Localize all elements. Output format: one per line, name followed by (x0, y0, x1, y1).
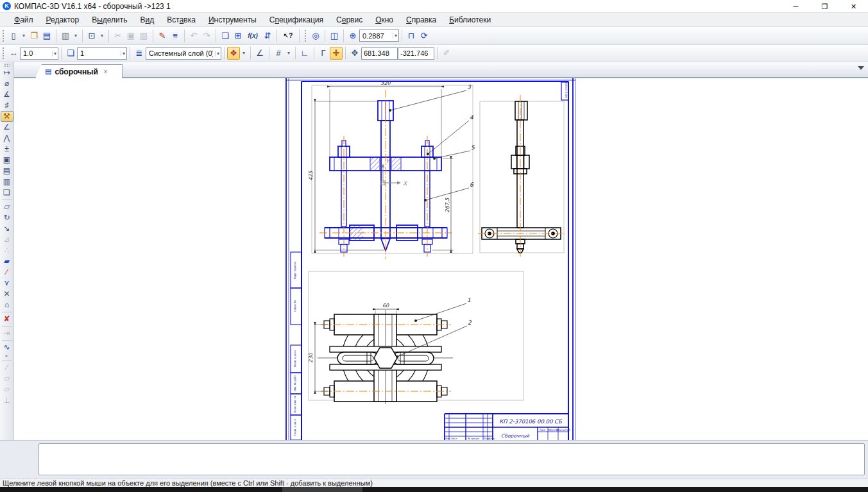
chevron-down-icon[interactable]: ▾ (52, 51, 58, 56)
print-preview-dropdown[interactable]: ▾ (98, 30, 106, 42)
corner-stamp-text: КП 2-370106 (565, 81, 568, 98)
menu-tools[interactable]: Инструменты (202, 14, 263, 26)
layer-combo[interactable]: Системный слой (0) ▾ (146, 47, 221, 60)
menu-specification[interactable]: Спецификация (263, 14, 330, 26)
aux-line-icon: ∕ (1, 362, 13, 373)
menu-window[interactable]: Окно (369, 14, 400, 26)
panel-grip[interactable] (4, 64, 10, 67)
menu-service[interactable]: Сервис (330, 14, 369, 26)
close-button[interactable]: ✕ (839, 0, 868, 13)
sidebar-item-specification[interactable]: ▤ (1, 165, 13, 176)
side-view[interactable] (482, 101, 561, 253)
sidebar-item-construction-designations[interactable]: ⚒ (1, 111, 13, 122)
print-button[interactable]: ▥ (59, 30, 72, 42)
dim-front-height: 425 (308, 170, 314, 180)
deform-icon: ⊿ (1, 234, 13, 245)
minimize-button[interactable]: ─ (781, 0, 810, 13)
print-dropdown[interactable]: ▾ (72, 30, 80, 42)
new-document-dropdown[interactable]: ▾ (20, 30, 28, 42)
zoom-frame-button[interactable]: ◫ (328, 30, 341, 42)
coordinate-x-field[interactable]: 681.348 (361, 47, 398, 60)
properties-button[interactable]: ≡ (169, 30, 182, 42)
drawing-canvas[interactable]: КП 2-370106 Перв. примен. Справ. № Подп.… (14, 78, 868, 440)
zoom-toolbar-grip[interactable] (304, 30, 307, 42)
menu-select[interactable]: Выделить (85, 14, 133, 26)
layers-icon[interactable]: ≣ (133, 47, 146, 60)
pointer-tool-icon[interactable]: ↦ (1, 67, 13, 78)
svg-text:Взам. инв. №: Взам. инв. № (293, 396, 296, 412)
layer-value: Системный слой (0) (149, 49, 213, 57)
variables-button[interactable]: f(x) (244, 30, 261, 42)
sidebar-item-editing[interactable]: ∠ (1, 122, 13, 133)
contour-icon[interactable]: ⌂ (1, 300, 13, 310)
menu-libraries[interactable]: Библиотеки (443, 14, 497, 26)
renumber-positions-button[interactable]: ⇵ (261, 30, 274, 42)
document-scale-icon: ↔ (7, 47, 20, 60)
print-preview-button[interactable]: ⊡ (85, 30, 98, 42)
current-style-button[interactable]: ❖ (227, 47, 240, 60)
tab-list-dropdown-icon[interactable] (858, 66, 864, 70)
coordinate-y-field[interactable]: -321.746 (398, 47, 434, 60)
rotate-icon[interactable]: ↻ (1, 212, 13, 223)
copy-properties-button[interactable]: ✎ (156, 30, 169, 42)
property-bar-empty[interactable] (38, 443, 865, 475)
zoom-in-button[interactable]: ⊕ (346, 30, 359, 42)
new-document-button[interactable]: ▯ (7, 30, 20, 42)
assembly-drawing[interactable]: КП 2-370106 Перв. примен. Справ. № Подп.… (14, 78, 868, 440)
zoom-by-selection-button[interactable]: ◎ (309, 30, 322, 42)
tab-close-icon[interactable]: × (103, 67, 108, 76)
sidebar-item-parametrization[interactable]: ⋀ (1, 133, 13, 144)
sheet-number-combo[interactable]: 1 ▾ (77, 47, 127, 60)
current-style-dropdown[interactable]: ▾ (240, 47, 248, 60)
menu-insert[interactable]: Вставка (160, 14, 202, 26)
status-message: Щелкните левой кнопкой мыши на объекте д… (3, 479, 373, 487)
sidebar-item-dimensions[interactable]: ∡ (1, 89, 13, 100)
scale-objects-icon[interactable]: ↘ (1, 223, 13, 234)
specification-window-button[interactable]: ❑ (219, 30, 232, 42)
save-document-button[interactable]: ▤ (40, 30, 53, 42)
delete-curve-icon[interactable]: ✘ (1, 314, 13, 325)
sidebar-item-inserts[interactable]: ❏ (1, 187, 13, 198)
toolbar-grip-2[interactable] (2, 47, 5, 60)
property-panel-grip[interactable] (1, 470, 27, 476)
snaps-button[interactable]: ✚ (330, 47, 343, 60)
copy-objects-icon[interactable]: ▱ (1, 201, 13, 212)
sheet-layout-button[interactable]: ⊓ (405, 30, 418, 42)
sidebar-item-reports[interactable]: ▥ (1, 176, 13, 187)
tab-sborochny[interactable]: ▤ сборочный × (35, 64, 123, 78)
chevron-down-icon[interactable]: ▾ (121, 51, 126, 56)
break-curve-icon[interactable]: ✕ (1, 289, 13, 300)
axis-x-label: X (403, 180, 408, 187)
sidebar-item-geometry[interactable]: ⌀ (1, 78, 13, 89)
chevron-down-icon[interactable]: ▾ (393, 33, 398, 38)
edit-curve-icon[interactable]: ▰ (1, 256, 13, 267)
grid-button[interactable]: # (272, 47, 285, 60)
menu-editor[interactable]: Редактор (40, 14, 86, 26)
panel-collapse-icon[interactable]: ▸ (5, 353, 8, 359)
extend-curve-icon[interactable]: ⋎ (1, 278, 13, 289)
title-bar: K КОМПАС-3D V16.1 x64 - сборочный ->123 … (0, 0, 868, 13)
local-cs-button[interactable]: ∟ (298, 47, 311, 60)
top-view[interactable] (318, 310, 453, 404)
zoom-scale-combo[interactable]: 0.2887 ▾ (359, 30, 399, 42)
sidebar-item-selection[interactable]: ▣ (1, 155, 13, 165)
sidebar-item-measurements[interactable]: ± (1, 144, 13, 155)
menu-file[interactable]: Файл (8, 14, 40, 26)
ortho-mode-button[interactable]: Γ (317, 47, 330, 60)
angle-snap-button[interactable]: ∠ (253, 47, 266, 60)
document-scale-combo[interactable]: 1.0 ▾ (20, 47, 58, 60)
grid-dropdown[interactable]: ▾ (285, 47, 293, 60)
restore-button[interactable]: ❐ (810, 0, 839, 13)
menu-view[interactable]: Вид (134, 14, 161, 26)
menu-help[interactable]: Справка (400, 14, 443, 26)
what-is-this-button[interactable]: ↖? (280, 30, 296, 42)
specification-manage-button[interactable]: ⊞ (232, 30, 244, 42)
toolbar-grip[interactable] (2, 30, 5, 42)
sidebar-item-designations[interactable]: ♯ (1, 100, 13, 111)
chevron-down-icon[interactable]: ▾ (215, 51, 221, 56)
rebuild-view-button[interactable]: ⟳ (418, 30, 430, 42)
open-document-button[interactable]: ❐ (28, 30, 40, 42)
trim-curve-icon[interactable]: ∕ (1, 267, 13, 278)
edit-nurbs-icon[interactable]: ∿ (1, 342, 13, 353)
callout-4: 4 (470, 114, 473, 121)
